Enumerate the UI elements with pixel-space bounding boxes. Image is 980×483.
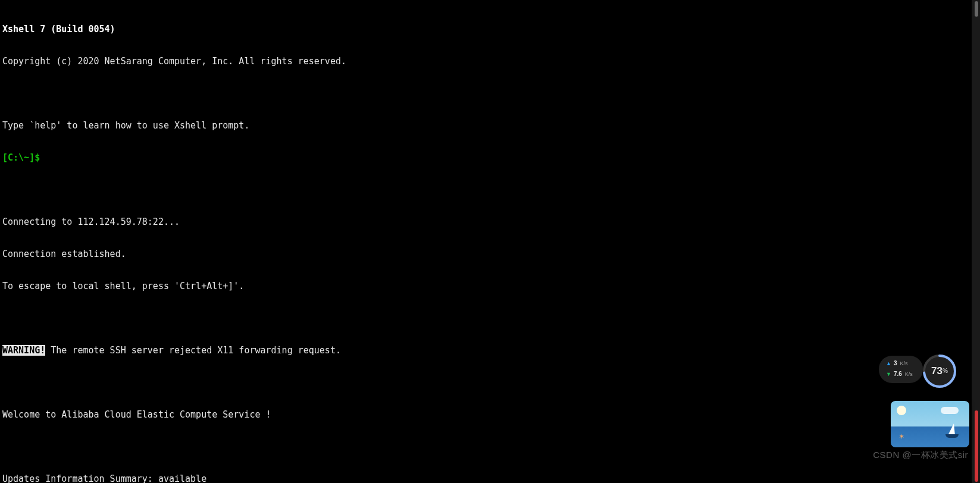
cpu-usage-ring[interactable]: 73% [922, 353, 957, 389]
scrollbar-thumb[interactable] [975, 1, 978, 17]
copyright: Copyright (c) 2020 NetSarang Computer, I… [2, 56, 978, 67]
cloud-icon [941, 407, 959, 414]
blank [2, 313, 978, 324]
warning-text: The remote SSH server rejected X11 forwa… [45, 345, 341, 356]
download-arrow-icon: ▼ [886, 369, 891, 380]
blank [2, 377, 978, 388]
help-hint: Type `help' to learn how to use Xshell p… [2, 120, 978, 131]
connected-line: Connection established. [2, 249, 978, 259]
connecting-line: Connecting to 112.124.59.78:22... [2, 217, 978, 227]
warning-badge: WARNING! [2, 345, 45, 356]
starfish-icon: ✶ [899, 431, 904, 441]
download-unit: K/s [905, 369, 913, 380]
updates-summary: Updates Information Summary: available [2, 473, 978, 483]
app-title: Xshell 7 (Build 0054) [2, 24, 978, 34]
blank [2, 441, 978, 452]
warning-line: WARNING! The remote SSH server rejected … [2, 345, 978, 356]
upload-arrow-icon: ▲ [886, 358, 891, 369]
sailboat-icon [948, 424, 955, 435]
terminal-output[interactable]: Xshell 7 (Build 0054) Copyright (c) 2020… [0, 0, 980, 483]
network-speed-widget[interactable]: ▲ 3K/s ▼ 7.6K/s [879, 356, 923, 383]
cpu-percent-label: 73% [922, 353, 957, 389]
download-row: ▼ 7.6K/s [886, 369, 917, 380]
upload-row: ▲ 3K/s [886, 358, 917, 369]
watermark-text: CSDN @一杯冰美式sir [873, 450, 968, 460]
download-value: 7.6 [894, 369, 902, 380]
escape-hint: To escape to local shell, press 'Ctrl+Al… [2, 281, 978, 291]
upload-unit: K/s [900, 358, 907, 369]
upload-value: 3 [894, 358, 897, 369]
blank [2, 88, 978, 99]
wallpaper-preview-card[interactable]: ✶ [891, 401, 969, 447]
welcome: Welcome to Alibaba Cloud Elastic Compute… [2, 409, 978, 420]
boat-hull-icon [945, 434, 959, 438]
scrollbar-progress[interactable] [975, 410, 978, 482]
local-prompt: [C:\~]$ [2, 152, 978, 163]
blank [2, 184, 978, 195]
vertical-scrollbar[interactable] [972, 0, 980, 483]
sun-icon [897, 406, 906, 415]
